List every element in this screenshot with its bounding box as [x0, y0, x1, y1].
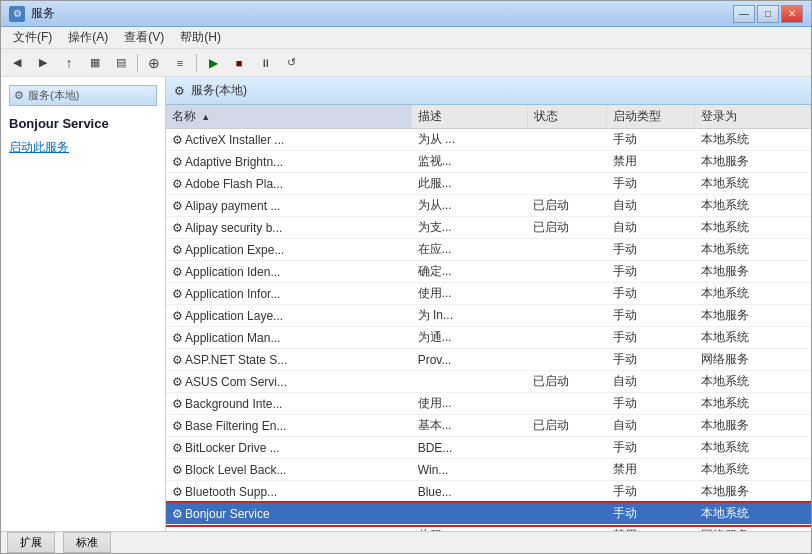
service-start-type-cell: 禁用 — [607, 459, 695, 481]
service-start-type-cell: 自动 — [607, 195, 695, 217]
toolbar-separator-2 — [196, 54, 197, 72]
service-name-cell: ⚙Adobe Flash Pla... — [166, 173, 412, 195]
service-desc-cell — [412, 371, 528, 393]
service-name-cell: ⚙Application Man... — [166, 327, 412, 349]
service-login-cell: 本地系统 — [695, 129, 811, 151]
col-header-status[interactable]: 状态 — [527, 105, 606, 129]
service-desc-cell: 为通... — [412, 327, 528, 349]
service-login-cell: 网络服务 — [695, 349, 811, 371]
properties-button[interactable]: ≡ — [168, 52, 192, 74]
view1-button[interactable]: ▦ — [83, 52, 107, 74]
service-desc-cell: 为从... — [412, 195, 528, 217]
service-desc-cell: 为 In... — [412, 305, 528, 327]
right-panel-header: ⚙ 服务(本地) — [166, 77, 811, 105]
service-start-type-cell: 手动 — [607, 305, 695, 327]
table-row[interactable]: ⚙Background Inte...使用...手动本地系统 — [166, 393, 811, 415]
table-row[interactable]: ⚙Alipay security b...为支...已启动自动本地系统 — [166, 217, 811, 239]
service-status-cell — [527, 239, 606, 261]
table-row[interactable]: ⚙Base Filtering En...基本...已启动自动本地服务 — [166, 415, 811, 437]
close-button[interactable]: ✕ — [781, 5, 803, 23]
table-row[interactable]: ⚙ActiveX Installer ...为从 ...手动本地系统 — [166, 129, 811, 151]
sort-arrow: ▲ — [201, 112, 210, 122]
selected-service-name: Bonjour Service — [9, 116, 157, 131]
service-start-type-cell: 禁用 — [607, 151, 695, 173]
service-status-cell — [527, 481, 606, 503]
service-start-type-cell: 手动 — [607, 503, 695, 525]
service-gear-icon: ⚙ — [172, 485, 183, 499]
table-row[interactable]: ⚙ASUS Com Servi...已启动自动本地系统 — [166, 371, 811, 393]
col-header-name[interactable]: 名称 ▲ — [166, 105, 412, 129]
start-button[interactable]: ▶ — [201, 52, 225, 74]
service-name-cell: ⚙Bluetooth Supp... — [166, 481, 412, 503]
minimize-button[interactable]: — — [733, 5, 755, 23]
table-row[interactable]: ⚙BitLocker Drive ...BDE...手动本地系统 — [166, 437, 811, 459]
table-row[interactable]: ⚙Application Laye...为 In...手动本地服务 — [166, 305, 811, 327]
service-name-cell: ⚙ASUS Com Servi... — [166, 371, 412, 393]
service-status-cell — [527, 459, 606, 481]
table-row[interactable]: ⚙Application Man...为通...手动本地系统 — [166, 327, 811, 349]
service-login-cell: 本地服务 — [695, 481, 811, 503]
menu-view[interactable]: 查看(V) — [116, 27, 172, 48]
table-row[interactable]: ⚙Bonjour Service手动本地系统 — [166, 503, 811, 525]
table-row[interactable]: ⚙Application Iden...确定...手动本地服务 — [166, 261, 811, 283]
service-desc-cell: 为支... — [412, 217, 528, 239]
service-status-cell: 已启动 — [527, 217, 606, 239]
menu-help[interactable]: 帮助(H) — [172, 27, 229, 48]
start-service-link[interactable]: 启动此服务 — [9, 139, 157, 156]
service-gear-icon: ⚙ — [172, 375, 183, 389]
service-login-cell: 本地系统 — [695, 239, 811, 261]
service-start-type-cell: 自动 — [607, 217, 695, 239]
table-row[interactable]: ⚙ASP.NET State S...Prov...手动网络服务 — [166, 349, 811, 371]
service-name-cell: ⚙Application Expe... — [166, 239, 412, 261]
status-tab-standard[interactable]: 标准 — [63, 532, 111, 553]
maximize-button[interactable]: □ — [757, 5, 779, 23]
view2-button[interactable]: ▤ — [109, 52, 133, 74]
service-login-cell: 本地系统 — [695, 371, 811, 393]
service-desc-cell: 为从 ... — [412, 129, 528, 151]
service-start-type-cell: 手动 — [607, 129, 695, 151]
table-header-row: 名称 ▲ 描述 状态 启动类型 登录为 — [166, 105, 811, 129]
service-desc-cell: Win... — [412, 459, 528, 481]
col-header-desc[interactable]: 描述 — [412, 105, 528, 129]
table-row[interactable]: ⚙Block Level Back...Win...禁用本地系统 — [166, 459, 811, 481]
service-status-cell: 已启动 — [527, 371, 606, 393]
col-header-start[interactable]: 启动类型 — [607, 105, 695, 129]
service-name-cell: ⚙Base Filtering En... — [166, 415, 412, 437]
table-row[interactable]: ⚙Application Expe...在应...手动本地系统 — [166, 239, 811, 261]
status-tab-extended[interactable]: 扩展 — [7, 532, 55, 553]
back-button[interactable]: ◀ — [5, 52, 29, 74]
table-row[interactable]: ⚙Adobe Flash Pla...此服...手动本地系统 — [166, 173, 811, 195]
table-row[interactable]: ⚙Adaptive Brightn...监视...禁用本地服务 — [166, 151, 811, 173]
new-button[interactable]: ⊕ — [142, 52, 166, 74]
service-gear-icon: ⚙ — [172, 463, 183, 477]
gear-icon-right: ⚙ — [174, 84, 185, 98]
service-gear-icon: ⚙ — [172, 419, 183, 433]
pause-button[interactable]: ⏸ — [253, 52, 277, 74]
table-row[interactable]: ⚙Bluetooth Supp...Blue...手动本地服务 — [166, 481, 811, 503]
service-status-cell — [527, 503, 606, 525]
service-desc-cell: 使用... — [412, 283, 528, 305]
service-status-cell: 已启动 — [527, 415, 606, 437]
service-login-cell: 本地系统 — [695, 283, 811, 305]
table-row[interactable]: ⚙Application Infor...使用...手动本地系统 — [166, 283, 811, 305]
service-start-type-cell: 手动 — [607, 349, 695, 371]
service-name-cell: ⚙ActiveX Installer ... — [166, 129, 412, 151]
service-gear-icon: ⚙ — [172, 155, 183, 169]
toolbar-separator-1 — [137, 54, 138, 72]
stop-button[interactable]: ■ — [227, 52, 251, 74]
service-gear-icon: ⚙ — [172, 221, 183, 235]
menu-action[interactable]: 操作(A) — [60, 27, 116, 48]
service-login-cell: 本地系统 — [695, 393, 811, 415]
up-button[interactable]: ↑ — [57, 52, 81, 74]
table-row[interactable]: ⚙Alipay payment ...为从...已启动自动本地系统 — [166, 195, 811, 217]
service-name-cell: ⚙ASP.NET State S... — [166, 349, 412, 371]
restart-button[interactable]: ↺ — [279, 52, 303, 74]
services-table-container[interactable]: 名称 ▲ 描述 状态 启动类型 登录为 ⚙ActiveX Installer .… — [166, 105, 811, 531]
service-status-cell — [527, 173, 606, 195]
col-header-login[interactable]: 登录为 — [695, 105, 811, 129]
forward-button[interactable]: ▶ — [31, 52, 55, 74]
service-start-type-cell: 手动 — [607, 327, 695, 349]
service-name-cell: ⚙Block Level Back... — [166, 459, 412, 481]
menu-file[interactable]: 文件(F) — [5, 27, 60, 48]
service-status-cell — [527, 305, 606, 327]
